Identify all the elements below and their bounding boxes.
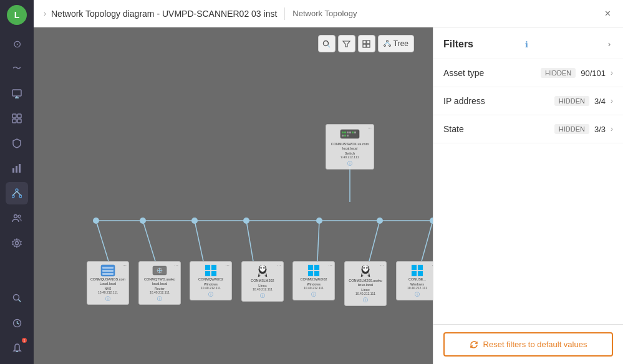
svg-point-15 [14, 215, 17, 218]
svg-rect-52 [340, 130, 359, 138]
svg-point-12 [19, 195, 22, 198]
filters-info-icon[interactable]: ℹ [525, 40, 528, 49]
switch-info[interactable]: ⓘ [347, 160, 352, 167]
svg-rect-59 [342, 135, 344, 136]
svg-rect-4 [17, 114, 21, 118]
sidebar-clock[interactable] [6, 312, 28, 334]
sidebar-item-graph[interactable]: 〜 [6, 57, 28, 80]
device-node-windows2[interactable]: ··· CONMUSWEX02 Windows 10.40.212.111 ⓘ [292, 261, 335, 300]
svg-rect-57 [352, 132, 354, 133]
svg-point-38 [93, 218, 99, 224]
win3-menu-dots[interactable]: ··· [432, 263, 433, 268]
svg-rect-65 [102, 273, 113, 275]
diagram-tree-btn[interactable]: Tree [378, 35, 414, 52]
filter-ip-chevron: › [611, 97, 613, 105]
svg-rect-28 [367, 41, 370, 44]
collapse-btn[interactable]: › [44, 9, 46, 18]
filters-footer: Reset filters to default values [433, 324, 623, 364]
router-menu-dots[interactable]: ··· [174, 263, 178, 268]
sidebar-item-chart[interactable] [6, 157, 28, 180]
sidebar-item-settings[interactable] [6, 232, 28, 254]
filter-row-state[interactable]: State HIDDEN 3/3 › [433, 115, 623, 143]
sidebar-alerts[interactable]: 1 [6, 337, 28, 359]
sidebar-item-grid[interactable] [6, 107, 28, 130]
svg-rect-83 [314, 271, 319, 276]
svg-rect-90 [412, 265, 417, 270]
svg-rect-8 [16, 166, 17, 173]
linux2-menu-dots[interactable]: ··· [380, 263, 384, 268]
svg-point-31 [386, 41, 388, 42]
svg-rect-29 [363, 44, 366, 47]
svg-point-40 [191, 218, 198, 224]
filter-state-value: 3/3 [594, 125, 606, 134]
filter-ip-label: IP address [443, 96, 554, 106]
diagram-area[interactable]: Tree [34, 27, 433, 364]
filter-row-asset-type[interactable]: Asset type HIDDEN 90/101 › [433, 59, 623, 87]
filters-collapse-btn[interactable]: › [606, 37, 613, 51]
topbar-title: Network Topology diagram - UVMPD-SCANNER… [51, 9, 277, 19]
device-menu-dots[interactable]: ··· [367, 126, 372, 131]
device-node-windows1[interactable]: ··· CONMQWM202 Windows 10.40.212.111 ⓘ [190, 261, 232, 300]
sidebar-bottom: 1 [6, 287, 28, 359]
svg-rect-91 [418, 265, 423, 270]
device-node-router[interactable]: ··· CONMQTWD.usekolocal.local Router 10.… [138, 261, 181, 305]
sidebar-item-monitor[interactable] [6, 82, 28, 105]
diagram-toolbar: Tree [318, 35, 414, 52]
sidebar-search[interactable] [6, 287, 28, 309]
sidebar-item-users[interactable] [6, 207, 28, 229]
diagram-search-btn[interactable] [318, 35, 336, 52]
svg-rect-81 [314, 265, 319, 270]
connections-svg [34, 27, 433, 364]
svg-line-19 [18, 299, 21, 302]
filter-asset-type-value: 90/101 [581, 69, 606, 78]
switch-node[interactable]: ··· CONMUSSWOK.us.comlocal. [326, 124, 374, 170]
svg-point-39 [140, 218, 146, 224]
svg-rect-60 [344, 135, 346, 136]
svg-rect-5 [12, 119, 16, 123]
device-node-linux2[interactable]: ··· CONMSLM200.usekolinux.local Linux 10… [344, 261, 387, 306]
svg-rect-72 [205, 271, 210, 276]
svg-line-22 [17, 323, 19, 324]
device-node-nas[interactable]: ··· CONMQUSANOS.comLocal.local NAS 10.40… [87, 261, 129, 305]
nas-menu-dots[interactable]: ··· [122, 263, 127, 268]
device-node-linux1[interactable]: ··· CONMSLM202 Linux 10.40.212.111 ⓘ [241, 261, 284, 302]
filter-row-ip-address[interactable]: IP address HIDDEN 3/4 › [433, 87, 623, 115]
filters-title: Filters [443, 39, 521, 50]
svg-rect-53 [342, 132, 344, 133]
svg-line-51 [422, 221, 433, 261]
sidebar-item-dashboard[interactable]: ⊙ [6, 32, 28, 55]
svg-point-88 [364, 267, 364, 268]
svg-rect-0 [12, 90, 21, 96]
diagram-layout-btn[interactable] [358, 35, 375, 52]
svg-point-24 [324, 41, 329, 46]
svg-line-46 [143, 221, 155, 261]
svg-point-79 [264, 267, 264, 268]
reset-filters-button[interactable]: Reset filters to default values [443, 332, 613, 357]
svg-rect-54 [344, 132, 346, 133]
svg-point-18 [13, 294, 19, 300]
svg-line-34 [385, 42, 387, 45]
svg-point-10 [16, 189, 18, 191]
sidebar-item-shield[interactable] [6, 132, 28, 155]
topbar-close-button[interactable]: × [602, 6, 613, 22]
sidebar-item-network[interactable] [6, 182, 28, 204]
diagram-filter-btn[interactable] [338, 35, 355, 52]
avatar[interactable]: L [7, 5, 27, 25]
svg-line-48 [246, 221, 253, 261]
device-node-windows3[interactable]: ··· CONUSE... Windows 10.40.212.111 ⓘ [396, 261, 433, 300]
svg-line-25 [328, 45, 331, 47]
svg-rect-56 [349, 132, 351, 133]
linux1-menu-dots[interactable]: ··· [277, 263, 281, 268]
filter-asset-type-chevron: › [611, 69, 613, 77]
win1-menu-dots[interactable]: ··· [225, 263, 229, 268]
win2-menu-dots[interactable]: ··· [328, 263, 332, 268]
svg-rect-63 [102, 267, 113, 269]
svg-marker-26 [343, 41, 350, 47]
filter-ip-value: 3/4 [594, 97, 606, 106]
svg-line-47 [195, 221, 203, 261]
filter-state-label: State [443, 124, 554, 134]
svg-point-16 [18, 215, 21, 218]
svg-rect-7 [12, 168, 14, 173]
tree-label: Tree [394, 39, 408, 48]
svg-point-32 [384, 45, 385, 47]
